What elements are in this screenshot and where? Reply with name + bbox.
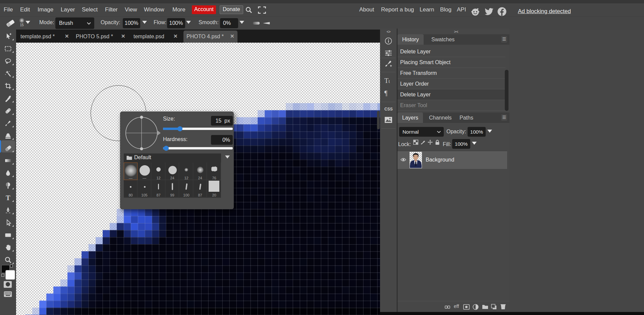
svg-text:T: T — [6, 194, 10, 201]
